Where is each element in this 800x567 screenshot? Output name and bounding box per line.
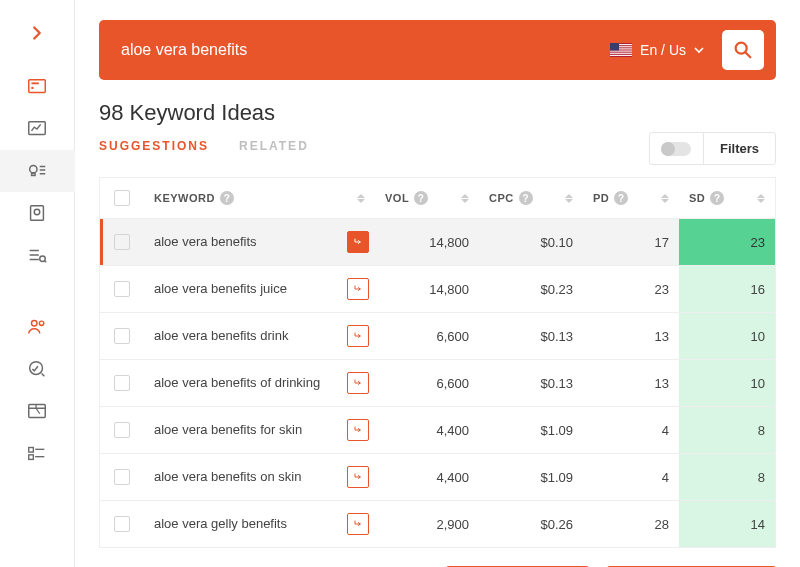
language-selector[interactable]: En / Us bbox=[602, 42, 712, 58]
sort-icon bbox=[461, 194, 469, 203]
svg-point-7 bbox=[34, 209, 40, 215]
row-checkbox[interactable] bbox=[114, 234, 130, 250]
open-serp-button[interactable] bbox=[347, 278, 369, 300]
sidebar-item-settings-list[interactable] bbox=[0, 432, 75, 474]
cpc-cell: $0.13 bbox=[479, 360, 583, 406]
svg-rect-21 bbox=[610, 55, 632, 56]
svg-rect-14 bbox=[29, 455, 34, 460]
row-checkbox[interactable] bbox=[114, 375, 130, 391]
dashboard-icon bbox=[26, 76, 48, 98]
col-header-keyword[interactable]: KEYWORD? bbox=[144, 178, 375, 218]
open-serp-button[interactable] bbox=[347, 513, 369, 535]
keyword-cell: aloe vera benefits juice bbox=[154, 281, 339, 298]
pd-cell: 23 bbox=[583, 266, 679, 312]
svg-rect-19 bbox=[610, 51, 632, 52]
keyword-table: KEYWORD? VOL? CPC? PD? SD? aloe vera ben… bbox=[99, 177, 776, 548]
table-row[interactable]: aloe vera benefits14,800$0.101723 bbox=[100, 219, 775, 266]
svg-rect-6 bbox=[31, 206, 44, 221]
chevron-right-icon bbox=[26, 22, 48, 44]
row-checkbox[interactable] bbox=[114, 516, 130, 532]
sidebar-item-dashboard[interactable] bbox=[0, 66, 75, 108]
open-serp-button[interactable] bbox=[347, 419, 369, 441]
help-icon[interactable]: ? bbox=[710, 191, 724, 205]
sidebar-item-keyword-ideas[interactable] bbox=[0, 150, 75, 192]
keyword-cell: aloe vera gelly benefits bbox=[154, 516, 339, 533]
sd-cell: 10 bbox=[679, 360, 775, 406]
sort-icon bbox=[661, 194, 669, 203]
col-header-pd[interactable]: PD? bbox=[583, 178, 679, 218]
lightbulb-icon bbox=[26, 160, 48, 182]
row-checkbox[interactable] bbox=[114, 328, 130, 344]
sidebar-item-analytics[interactable] bbox=[0, 108, 75, 150]
open-serp-button[interactable] bbox=[347, 325, 369, 347]
people-icon bbox=[26, 316, 48, 338]
vol-cell: 14,800 bbox=[375, 266, 479, 312]
pd-cell: 13 bbox=[583, 313, 679, 359]
table-row[interactable]: aloe vera benefits of drinking6,600$0.13… bbox=[100, 360, 775, 407]
table-row[interactable]: aloe vera benefits drink6,600$0.131310 bbox=[100, 313, 775, 360]
pd-cell: 13 bbox=[583, 360, 679, 406]
sd-cell: 8 bbox=[679, 407, 775, 453]
vol-cell: 6,600 bbox=[375, 360, 479, 406]
row-checkbox[interactable] bbox=[114, 422, 130, 438]
chevron-down-icon bbox=[694, 42, 704, 58]
cpc-cell: $1.09 bbox=[479, 407, 583, 453]
search-input[interactable] bbox=[111, 35, 592, 65]
sidebar-collapse-button[interactable] bbox=[0, 12, 75, 54]
svg-rect-1 bbox=[32, 82, 39, 84]
pd-cell: 17 bbox=[583, 219, 679, 265]
table-header: KEYWORD? VOL? CPC? PD? SD? bbox=[100, 178, 775, 219]
vol-cell: 4,400 bbox=[375, 407, 479, 453]
page-title: 98 Keyword Ideas bbox=[99, 100, 275, 126]
monitor-icon bbox=[26, 358, 48, 380]
cpc-cell: $0.10 bbox=[479, 219, 583, 265]
arrow-enter-icon bbox=[352, 330, 364, 342]
row-checkbox[interactable] bbox=[114, 281, 130, 297]
help-icon[interactable]: ? bbox=[519, 191, 533, 205]
arrow-enter-icon bbox=[352, 518, 364, 530]
table-row[interactable]: aloe vera benefits juice14,800$0.232316 bbox=[100, 266, 775, 313]
sidebar-item-audience[interactable] bbox=[0, 306, 75, 348]
pd-cell: 28 bbox=[583, 501, 679, 547]
tab-related[interactable]: RELATED bbox=[239, 139, 309, 159]
flag-us-icon bbox=[610, 43, 632, 57]
col-header-vol[interactable]: VOL? bbox=[375, 178, 479, 218]
arrow-enter-icon bbox=[352, 424, 364, 436]
help-icon[interactable]: ? bbox=[220, 191, 234, 205]
col-header-sd[interactable]: SD? bbox=[679, 178, 775, 218]
pd-cell: 4 bbox=[583, 407, 679, 453]
svg-point-4 bbox=[30, 166, 37, 173]
row-checkbox[interactable] bbox=[114, 469, 130, 485]
col-header-cpc[interactable]: CPC? bbox=[479, 178, 583, 218]
svg-rect-12 bbox=[29, 405, 46, 418]
select-all-checkbox[interactable] bbox=[114, 190, 130, 206]
table-row[interactable]: aloe vera gelly benefits2,900$0.262814 bbox=[100, 501, 775, 548]
filter-box: Filters bbox=[649, 132, 776, 165]
svg-rect-0 bbox=[29, 80, 46, 93]
table-row[interactable]: aloe vera benefits for skin4,400$1.0948 bbox=[100, 407, 775, 454]
keyword-cell: aloe vera benefits on skin bbox=[154, 469, 339, 486]
sidebar bbox=[0, 0, 75, 567]
keyword-cell: aloe vera benefits drink bbox=[154, 328, 339, 345]
sidebar-item-monitor[interactable] bbox=[0, 348, 75, 390]
pd-cell: 4 bbox=[583, 454, 679, 500]
tab-suggestions[interactable]: SUGGESTIONS bbox=[99, 139, 209, 159]
filters-toggle[interactable] bbox=[650, 133, 704, 164]
sidebar-item-search-list[interactable] bbox=[0, 234, 75, 276]
svg-rect-22 bbox=[610, 43, 619, 51]
filters-label[interactable]: Filters bbox=[704, 133, 775, 164]
help-icon[interactable]: ? bbox=[614, 191, 628, 205]
sidebar-item-site-audit[interactable] bbox=[0, 390, 75, 432]
open-serp-button[interactable] bbox=[347, 231, 369, 253]
sidebar-item-content-ideas[interactable] bbox=[0, 192, 75, 234]
vol-cell: 14,800 bbox=[375, 219, 479, 265]
search-list-icon bbox=[26, 244, 48, 266]
help-icon[interactable]: ? bbox=[414, 191, 428, 205]
table-row[interactable]: aloe vera benefits on skin4,400$1.0948 bbox=[100, 454, 775, 501]
browser-icon bbox=[26, 400, 48, 422]
sd-cell: 23 bbox=[679, 219, 775, 265]
svg-rect-5 bbox=[32, 174, 36, 176]
search-button[interactable] bbox=[722, 30, 764, 70]
open-serp-button[interactable] bbox=[347, 466, 369, 488]
open-serp-button[interactable] bbox=[347, 372, 369, 394]
